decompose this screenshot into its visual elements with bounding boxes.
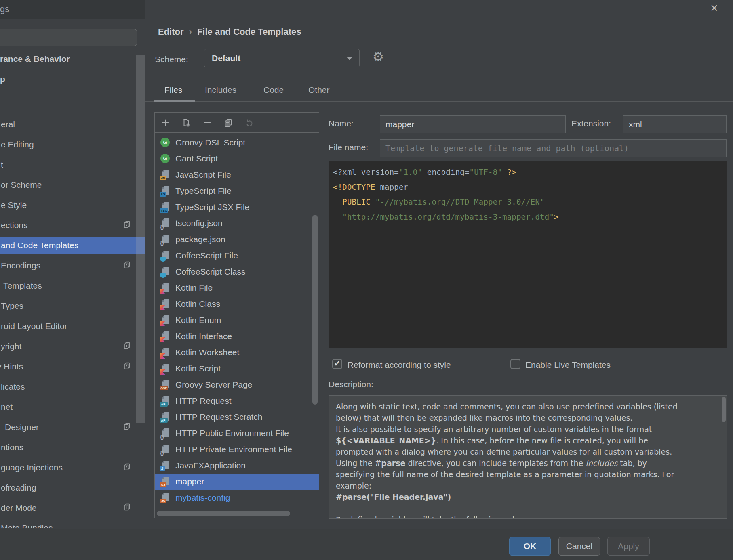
sidebar-item[interactable]: e Style bbox=[0, 197, 145, 214]
template-item[interactable]: {⁠}HTTP Public Environment File bbox=[155, 425, 319, 441]
template-list-horizontal-scrollbar[interactable] bbox=[157, 511, 290, 516]
breadcrumb-editor[interactable]: Editor bbox=[158, 27, 184, 37]
sidebar-item[interactable]: y Hints bbox=[0, 358, 145, 375]
template-item[interactable]: JJavaFXApplication bbox=[155, 457, 319, 474]
tab-other[interactable]: Other bbox=[308, 85, 330, 95]
template-item[interactable]: GGant Script bbox=[155, 151, 319, 167]
template-list-vertical-scrollbar[interactable] bbox=[312, 215, 318, 405]
close-icon[interactable]: ✕ bbox=[710, 2, 718, 14]
apply-button[interactable]: Apply bbox=[607, 537, 650, 556]
template-item[interactable]: CoffeeScript File bbox=[155, 247, 319, 264]
description-scrollbar[interactable] bbox=[722, 397, 726, 422]
json-file-icon: {⁠} bbox=[160, 444, 171, 455]
api-file-icon: API bbox=[160, 396, 171, 406]
sidebar-item[interactable]: ntions bbox=[0, 439, 145, 456]
template-item[interactable]: APIHTTP Request bbox=[155, 393, 319, 409]
template-item[interactable]: TSTypeScript File bbox=[155, 183, 319, 199]
sidebar-section[interactable]: rance & Behavior bbox=[0, 50, 145, 67]
sidebar-item[interactable]: der Mode bbox=[0, 499, 145, 516]
sidebar-item[interactable]: Designer bbox=[0, 419, 145, 436]
groovy-icon: G bbox=[160, 153, 171, 164]
template-item[interactable]: Kotlin File bbox=[155, 280, 319, 296]
template-item[interactable]: Kotlin Script bbox=[155, 361, 319, 377]
sidebar-item[interactable]: or Scheme bbox=[0, 176, 145, 193]
reset-template-button[interactable] bbox=[244, 118, 254, 128]
live-templates-checkbox[interactable] bbox=[510, 359, 520, 369]
template-item[interactable]: Kotlin Worksheet bbox=[155, 344, 319, 361]
sidebar-item-label: e Style bbox=[1, 200, 27, 210]
kotlin-file-icon bbox=[160, 363, 171, 374]
sidebar-item[interactable]: net bbox=[0, 399, 145, 415]
description-label: Description: bbox=[329, 380, 373, 389]
reformat-checkbox[interactable] bbox=[332, 359, 342, 369]
template-item-label: Kotlin Worksheet bbox=[175, 348, 239, 357]
tab-files[interactable]: Files bbox=[164, 85, 182, 95]
sidebar-item[interactable]: ections bbox=[0, 217, 145, 234]
template-item[interactable]: Kotlin Class bbox=[155, 296, 319, 312]
template-item[interactable]: GSPGroovy Server Page bbox=[155, 377, 319, 393]
template-item-label: Kotlin Script bbox=[175, 364, 221, 373]
remove-template-button[interactable] bbox=[202, 118, 212, 128]
scheme-dropdown[interactable]: Default bbox=[204, 49, 360, 67]
search-input[interactable] bbox=[0, 29, 137, 46]
reformat-label: Reformat according to style bbox=[348, 360, 451, 370]
template-item-label: mapper bbox=[175, 477, 204, 487]
window-title-fragment: gs bbox=[0, 4, 9, 15]
name-input[interactable] bbox=[380, 115, 566, 133]
add-child-template-button[interactable] bbox=[181, 118, 191, 128]
template-editor[interactable]: <?xml version="1.0" encoding="UTF-8" ?><… bbox=[329, 161, 727, 348]
template-item[interactable]: {⁠}HTTP Private Environment File bbox=[155, 441, 319, 457]
sidebar-item-label: Designer bbox=[5, 422, 39, 432]
tab-code[interactable]: Code bbox=[263, 85, 284, 95]
sidebar-item[interactable]: e Editing bbox=[0, 136, 145, 153]
sidebar-item[interactable]: yright bbox=[0, 338, 145, 355]
extension-input[interactable] bbox=[623, 115, 727, 133]
template-item-label: Kotlin Class bbox=[175, 299, 220, 309]
code-line: <!DOCTYPE mapper bbox=[333, 180, 722, 195]
template-item[interactable]: GGroovy DSL Script bbox=[155, 134, 319, 151]
tab-includes[interactable]: Includes bbox=[205, 85, 236, 95]
json-file-icon: {⁠} bbox=[160, 234, 171, 245]
sidebar-item-label: Mate Bundles bbox=[1, 523, 53, 528]
template-item[interactable]: <>mapper bbox=[155, 474, 319, 490]
sidebar-item[interactable]: eral bbox=[0, 116, 145, 133]
json-file-icon: {⁠} bbox=[160, 428, 171, 438]
template-item[interactable]: APIHTTP Request Scratch bbox=[155, 409, 319, 425]
sidebar-item[interactable]: Types bbox=[0, 298, 145, 315]
template-item[interactable]: <>mybatis-config bbox=[155, 490, 319, 506]
template-item[interactable]: CoffeeScript Class bbox=[155, 264, 319, 280]
sidebar-item[interactable]: and Code Templates bbox=[0, 237, 145, 254]
template-item[interactable]: JSJavaScript File bbox=[155, 167, 319, 183]
copy-template-button[interactable] bbox=[223, 118, 233, 128]
file-name-input[interactable] bbox=[380, 139, 727, 157]
template-item[interactable]: {⁠}package.json bbox=[155, 231, 319, 247]
sidebar-scrollbar[interactable] bbox=[136, 55, 145, 423]
sidebar-item[interactable]: roid Layout Editor bbox=[0, 318, 145, 335]
description-line: prompted with a dialog where you can def… bbox=[336, 446, 727, 457]
sidebar-item-label: and Code Templates bbox=[1, 241, 78, 250]
kotlin-file-icon bbox=[160, 331, 171, 342]
code-line: <?xml version="1.0" encoding="UTF-8" ?> bbox=[333, 165, 722, 180]
sidebar-item[interactable]: Mate Bundles bbox=[0, 520, 145, 528]
template-item[interactable]: TSXTypeScript JSX File bbox=[155, 199, 319, 215]
cancel-button[interactable]: Cancel bbox=[558, 537, 600, 556]
extension-label: Extension: bbox=[571, 119, 611, 128]
sidebar-item[interactable]: t bbox=[0, 156, 145, 173]
sidebar-item[interactable]: licates bbox=[0, 378, 145, 395]
sidebar-item-label: ntions bbox=[1, 443, 23, 452]
sidebar-item[interactable]: guage Injections bbox=[0, 459, 145, 476]
add-template-button[interactable] bbox=[160, 118, 170, 128]
sidebar-section[interactable]: p bbox=[0, 71, 145, 88]
ok-button[interactable]: OK bbox=[509, 537, 551, 556]
template-item-label: TypeScript JSX File bbox=[175, 202, 249, 212]
description-line: below) that will then be expanded like m… bbox=[336, 412, 727, 424]
sidebar-item[interactable]: Encodings bbox=[0, 257, 145, 274]
gear-icon[interactable]: ⚙ bbox=[373, 49, 384, 64]
template-item[interactable]: {⁠}tsconfig.json bbox=[155, 215, 319, 231]
sidebar-item-label: ofreading bbox=[1, 483, 36, 493]
sidebar-item[interactable]: ofreading bbox=[0, 479, 145, 496]
sidebar-item[interactable]: Templates bbox=[0, 277, 145, 294]
template-item[interactable]: Kotlin Enum bbox=[155, 312, 319, 328]
sidebar-item-label: guage Injections bbox=[1, 463, 63, 472]
template-item[interactable]: Kotlin Interface bbox=[155, 328, 319, 344]
